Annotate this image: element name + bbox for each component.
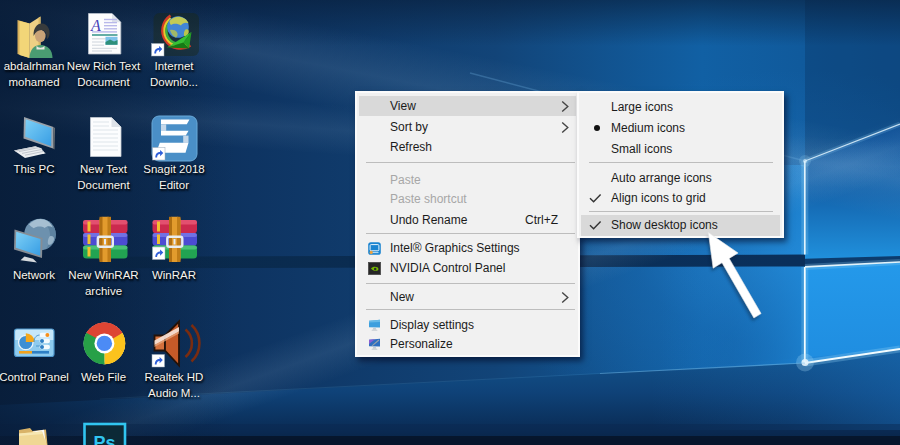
svg-text:Ps: Ps bbox=[94, 433, 116, 445]
